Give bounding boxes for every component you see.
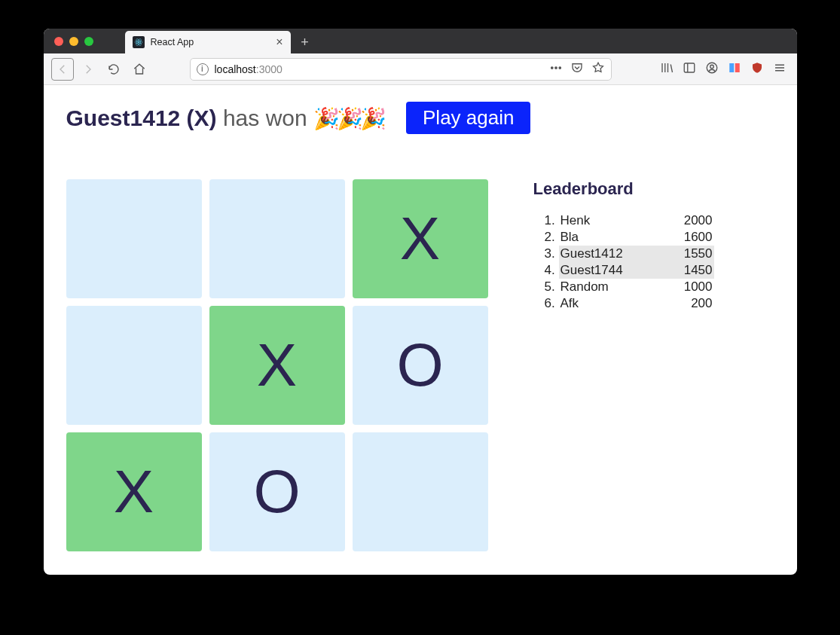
leaderboard-row: Guest14121550 [559,246,714,262]
leaderboard-row: Henk2000 [559,212,714,229]
svg-point-6 [559,67,561,69]
board-cell-8[interactable] [353,432,488,551]
toolbar: i localhost:3000 [44,53,797,85]
board-cell-4[interactable]: X [209,306,345,425]
board-cell-2[interactable]: X [353,179,488,298]
url-host: localhost [215,63,256,75]
leaderboard-score: 2000 [684,213,713,228]
toolbar-right-icons [660,61,787,78]
svg-rect-7 [684,63,695,72]
home-button[interactable] [128,58,151,81]
meatballs-icon[interactable] [549,61,563,77]
leaderboard-title: Leaderboard [533,179,714,199]
status-row: Guest1412 (X) has won 🎉🎉🎉 Play again [66,102,774,134]
leaderboard-score: 1450 [684,263,713,278]
devtools-icon[interactable] [728,61,741,78]
leaderboard-name: Henk [561,213,591,228]
play-again-button[interactable]: Play again [406,102,530,134]
svg-point-9 [710,65,713,69]
leaderboard-row: Guest17441450 [559,262,714,279]
url-port: :3000 [256,63,283,75]
browser-tab[interactable]: React App × [125,31,291,53]
urlbar-right-icons [549,61,605,77]
leaderboard-score: 1600 [684,230,713,245]
pocket-icon[interactable] [570,61,584,77]
status-suffix: has won [217,105,313,130]
content-row: XXOXO Leaderboard Henk2000Bla1600Guest14… [66,179,774,551]
leaderboard-list: Henk2000Bla1600Guest14121550Guest1744145… [533,212,714,312]
game-status-text: Guest1412 (X) has won 🎉🎉🎉 [66,105,384,131]
browser-window: React App × + i localhost:3000 [44,29,797,575]
confetti-icon: 🎉🎉🎉 [313,107,383,130]
board-cell-3[interactable] [66,306,202,425]
leaderboard-name: Guest1744 [561,263,623,278]
leaderboard-name: Bla [561,230,579,245]
leaderboard-name: Random [561,279,609,295]
leaderboard: Leaderboard Henk2000Bla1600Guest14121550… [533,179,714,312]
tab-close-icon[interactable]: × [276,36,283,48]
svg-point-4 [551,67,552,69]
leaderboard-score: 1550 [684,246,713,261]
leaderboard-score: 200 [691,296,712,311]
svg-rect-10 [729,63,734,72]
svg-rect-11 [735,63,739,72]
leaderboard-name: Afk [561,296,579,311]
board-cell-0[interactable] [66,179,202,298]
leaderboard-row: Afk200 [559,295,714,312]
window-close-button[interactable] [54,37,63,46]
react-favicon-icon [133,36,145,48]
leaderboard-name: Guest1412 [561,246,623,261]
ublock-icon[interactable] [750,61,764,78]
board-cell-5[interactable]: O [353,306,488,425]
window-minimize-button[interactable] [69,37,78,46]
tab-title: React App [151,37,270,47]
leaderboard-row: Bla1600 [559,229,714,246]
leaderboard-row: Random1000 [559,279,714,295]
board-cell-7[interactable]: O [209,432,345,551]
traffic-lights [54,37,93,46]
game-board: XXOXO [66,179,488,551]
window-zoom-button[interactable] [84,37,93,46]
board-cell-6[interactable]: X [66,432,202,551]
menu-hamburger-icon[interactable] [773,61,787,78]
svg-point-5 [554,67,556,69]
url-text: localhost:3000 [215,63,543,75]
library-icon[interactable] [660,61,674,78]
svg-point-0 [138,41,139,43]
profile-icon[interactable] [705,61,719,78]
back-button[interactable] [51,58,74,81]
titlebar: React App × + [44,29,797,53]
new-tab-button[interactable]: + [295,32,315,52]
sidebar-icon[interactable] [683,61,696,78]
bookmark-star-icon[interactable] [591,61,605,77]
page-content: Guest1412 (X) has won 🎉🎉🎉 Play again XXO… [44,85,797,575]
leaderboard-score: 1000 [684,279,713,295]
reload-button[interactable] [102,58,125,81]
winner-name: Guest1412 (X) [66,105,217,130]
url-bar[interactable]: i localhost:3000 [190,58,612,81]
forward-button[interactable] [77,58,99,81]
board-cell-1[interactable] [209,179,345,298]
info-icon[interactable]: i [197,63,209,75]
